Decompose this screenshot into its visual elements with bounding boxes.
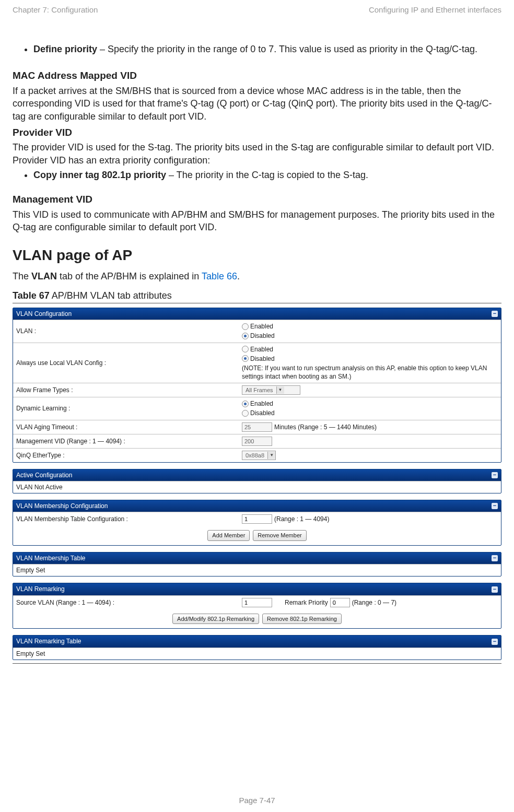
- define-priority-text: – Specify the priority in the range of 0…: [97, 44, 477, 54]
- mgmt-heading: Management VID: [13, 193, 501, 206]
- always-disabled-radio[interactable]: Disabled: [242, 355, 275, 363]
- chevron-down-icon: ▼: [267, 452, 275, 459]
- panel-active-configuration: Active Configuration − VLAN Not Active: [13, 469, 501, 493]
- allow-frame-types-select[interactable]: All Frames ▼: [242, 385, 300, 395]
- panel-remarking-table: VLAN Remarking Table − Empty Set: [13, 635, 501, 660]
- mgmt-vid-label: Management VID (Range : 1 — 4094) :: [13, 434, 239, 448]
- allow-frame-types-label: Allow Frame Types :: [13, 383, 239, 397]
- always-note: (NOTE: If you want to run spectrum analy…: [242, 364, 493, 381]
- panel-membership-table: VLAN Membership Table − Empty Set: [13, 552, 501, 576]
- panel-membership-config: VLAN Membership Configuration − VLAN Mem…: [13, 500, 501, 546]
- panel-remarking: VLAN Remarking − Source VLAN (Range : 1 …: [13, 583, 501, 629]
- collapse-icon[interactable]: −: [492, 503, 498, 509]
- panel-header-remarking[interactable]: VLAN Remarking −: [13, 583, 501, 595]
- copy-priority-text: – The priority in the C-tag is copied to…: [166, 170, 368, 180]
- dynamic-learning-label: Dynamic Learning :: [13, 397, 239, 419]
- vlan-config-screenshot: VLAN Configuration − VLAN : Enabled Disa…: [13, 308, 501, 660]
- remarking-table-body: Empty Set: [13, 648, 501, 660]
- qinq-label: QinQ EtherType :: [13, 449, 239, 462]
- copy-priority-lead: Copy inner tag 802.1p priority: [33, 170, 166, 180]
- provider-heading: Provider VID: [13, 126, 501, 139]
- panel-header-vlan-config[interactable]: VLAN Configuration −: [13, 308, 501, 320]
- header-left: Chapter 7: Configuration: [13, 5, 98, 14]
- vlan-sentence: The VLAN tab of the AP/BHM is explained …: [13, 270, 501, 283]
- define-priority-bullet: Define priority – Specify the priority i…: [33, 43, 501, 55]
- membership-vid-input[interactable]: 1: [242, 514, 272, 524]
- vlan-page-heading: VLAN page of AP: [13, 245, 501, 265]
- add-remarking-button[interactable]: Add/Modify 802.1p Remarking: [172, 614, 259, 625]
- panel-header-membership-config[interactable]: VLAN Membership Configuration −: [13, 500, 501, 512]
- collapse-icon[interactable]: −: [492, 639, 498, 645]
- provider-paragraph: The provider VID is used for the S-tag. …: [13, 141, 501, 167]
- collapse-icon[interactable]: −: [492, 586, 498, 593]
- chevron-down-icon: ▼: [276, 386, 284, 394]
- aging-timeout-input[interactable]: 25: [242, 422, 272, 432]
- always-local-label: Always use Local VLAN Config :: [13, 343, 239, 383]
- dyn-enabled-radio[interactable]: Enabled: [242, 399, 273, 408]
- mac-heading: MAC Address Mapped VID: [13, 69, 501, 83]
- table-67-label: Table 67 AP/BHM VLAN tab attributes: [13, 289, 501, 302]
- active-config-body: VLAN Not Active: [13, 481, 501, 493]
- define-priority-lead: Define priority: [33, 44, 97, 54]
- aging-timeout-hint: Minutes (Range : 5 — 1440 Minutes): [274, 423, 377, 431]
- always-enabled-radio[interactable]: Enabled: [242, 345, 273, 354]
- membership-table-body: Empty Set: [13, 564, 501, 576]
- mgmt-paragraph: This VID is used to communicate with AP/…: [13, 208, 501, 234]
- remark-priority-label: Remark Priority: [285, 598, 328, 607]
- collapse-icon[interactable]: −: [492, 555, 498, 561]
- membership-range-hint: (Range : 1 — 4094): [274, 515, 329, 523]
- table-66-link[interactable]: Table 66: [202, 271, 237, 281]
- qinq-select[interactable]: 0x88a8 ▼: [242, 451, 276, 460]
- source-vlan-input[interactable]: 1: [242, 598, 272, 607]
- page-header: Chapter 7: Configuration Configuring IP …: [13, 5, 501, 14]
- panel-header-active[interactable]: Active Configuration −: [13, 469, 501, 481]
- vlan-enabled-radio[interactable]: Enabled: [242, 322, 273, 331]
- panel-header-membership-table[interactable]: VLAN Membership Table −: [13, 552, 501, 564]
- dyn-disabled-radio[interactable]: Disabled: [242, 409, 275, 417]
- source-vlan-label: Source VLAN (Range : 1 — 4094) :: [13, 596, 239, 609]
- add-member-button[interactable]: Add Member: [207, 530, 250, 541]
- header-right: Configuring IP and Ethernet interfaces: [369, 5, 501, 14]
- remark-priority-input[interactable]: 0: [330, 598, 350, 607]
- membership-config-label: VLAN Membership Table Configuration :: [13, 512, 239, 526]
- vlan-label: VLAN :: [13, 320, 239, 342]
- panel-header-remarking-table[interactable]: VLAN Remarking Table −: [13, 636, 501, 647]
- remove-remarking-button[interactable]: Remove 802.1p Remarking: [262, 614, 342, 625]
- vlan-disabled-radio[interactable]: Disabled: [242, 332, 275, 340]
- aging-timeout-label: VLAN Aging Timeout :: [13, 420, 239, 434]
- remove-member-button[interactable]: Remove Member: [253, 530, 306, 541]
- mgmt-vid-input[interactable]: 200: [242, 437, 272, 446]
- table-bottom-rule: [13, 663, 501, 664]
- remark-priority-hint: (Range : 0 — 7): [352, 598, 396, 607]
- collapse-icon[interactable]: −: [492, 311, 498, 317]
- panel-vlan-configuration: VLAN Configuration − VLAN : Enabled Disa…: [13, 308, 501, 463]
- collapse-icon[interactable]: −: [492, 472, 498, 478]
- table-top-rule: [13, 303, 501, 303]
- page-footer: Page 7-47: [0, 796, 514, 805]
- mac-paragraph: If a packet arrives at the SM/BHS that i…: [13, 85, 501, 123]
- copy-priority-bullet: Copy inner tag 802.1p priority – The pri…: [33, 169, 501, 181]
